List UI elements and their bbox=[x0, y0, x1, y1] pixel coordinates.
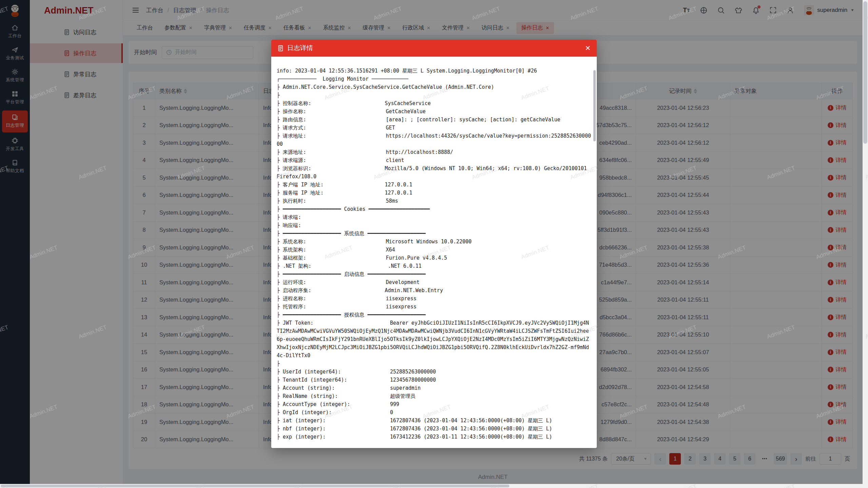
close-icon[interactable]: ✕ bbox=[585, 45, 591, 52]
modal-body: info: 2023-01-04 12:55:36.1516291 +08:00… bbox=[271, 57, 597, 448]
vertical-scrollbar[interactable] bbox=[863, 0, 868, 484]
modal-title: 日志详情 bbox=[287, 44, 313, 53]
horizontal-scrollbar[interactable] bbox=[0, 484, 868, 488]
vertical-scrollbar-thumb[interactable] bbox=[863, 1, 867, 144]
modal-header: 日志详情 ✕ bbox=[271, 40, 597, 57]
modal-scrollbar-thumb[interactable] bbox=[593, 70, 596, 141]
log-text: info: 2023-01-04 12:55:36.1516291 +08:00… bbox=[277, 67, 592, 441]
log-detail-modal: 日志详情 ✕ info: 2023-01-04 12:55:36.1516291… bbox=[271, 40, 597, 448]
document-icon bbox=[277, 45, 284, 52]
horizontal-scrollbar-thumb[interactable] bbox=[1, 485, 509, 487]
